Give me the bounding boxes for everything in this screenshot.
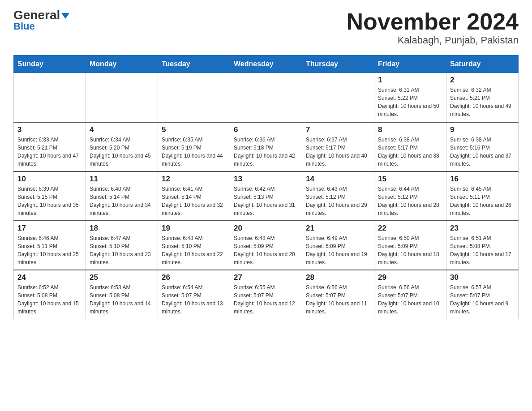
- calendar-cell: 4Sunrise: 6:34 AMSunset: 5:20 PMDaylight…: [86, 122, 158, 171]
- day-number: 17: [17, 224, 82, 233]
- header-wednesday: Wednesday: [230, 56, 302, 73]
- header-thursday: Thursday: [302, 56, 374, 73]
- header-tuesday: Tuesday: [158, 56, 230, 73]
- week-row-4: 17Sunrise: 6:46 AMSunset: 5:11 PMDayligh…: [14, 221, 519, 270]
- day-info: Sunrise: 6:54 AMSunset: 5:07 PMDaylight:…: [162, 283, 226, 316]
- day-number: 11: [90, 175, 154, 184]
- day-info: Sunrise: 6:51 AMSunset: 5:08 PMDaylight:…: [450, 234, 515, 266]
- header-sunday: Sunday: [14, 56, 86, 73]
- calendar-table: Sunday Monday Tuesday Wednesday Thursday…: [13, 55, 519, 319]
- week-row-2: 3Sunrise: 6:33 AMSunset: 5:21 PMDaylight…: [14, 122, 519, 171]
- day-info: Sunrise: 6:50 AMSunset: 5:09 PMDaylight:…: [378, 234, 442, 266]
- day-number: 30: [450, 273, 515, 282]
- day-number: 6: [234, 125, 298, 134]
- day-number: 25: [90, 273, 154, 282]
- day-info: Sunrise: 6:38 AMSunset: 5:17 PMDaylight:…: [378, 136, 442, 168]
- day-info: Sunrise: 6:33 AMSunset: 5:21 PMDaylight:…: [17, 136, 82, 168]
- calendar-cell: 29Sunrise: 6:56 AMSunset: 5:07 PMDayligh…: [374, 270, 446, 319]
- day-info: Sunrise: 6:37 AMSunset: 5:17 PMDaylight:…: [306, 136, 370, 168]
- calendar-cell: 8Sunrise: 6:38 AMSunset: 5:17 PMDaylight…: [374, 122, 446, 171]
- calendar-cell: 15Sunrise: 6:44 AMSunset: 5:12 PMDayligh…: [374, 171, 446, 221]
- calendar-cell: 6Sunrise: 6:36 AMSunset: 5:18 PMDaylight…: [230, 122, 302, 171]
- day-number: 18: [90, 224, 154, 233]
- calendar-cell: 9Sunrise: 6:38 AMSunset: 5:16 PMDaylight…: [446, 122, 519, 171]
- day-number: 8: [378, 125, 442, 134]
- day-number: 23: [450, 224, 515, 233]
- day-number: 13: [234, 175, 298, 184]
- calendar-cell: 20Sunrise: 6:48 AMSunset: 5:09 PMDayligh…: [230, 221, 302, 270]
- calendar-subtitle: Kalabagh, Punjab, Pakistan: [347, 34, 519, 46]
- day-number: 22: [378, 224, 442, 233]
- day-info: Sunrise: 6:53 AMSunset: 5:08 PMDaylight:…: [90, 283, 154, 316]
- header-monday: Monday: [86, 56, 158, 73]
- calendar-cell: 26Sunrise: 6:54 AMSunset: 5:07 PMDayligh…: [158, 270, 230, 319]
- day-info: Sunrise: 6:31 AMSunset: 5:22 PMDaylight:…: [378, 86, 442, 118]
- day-info: Sunrise: 6:56 AMSunset: 5:07 PMDaylight:…: [378, 283, 442, 316]
- day-info: Sunrise: 6:56 AMSunset: 5:07 PMDaylight:…: [306, 283, 370, 316]
- calendar-cell: 22Sunrise: 6:50 AMSunset: 5:09 PMDayligh…: [374, 221, 446, 270]
- day-info: Sunrise: 6:43 AMSunset: 5:12 PMDaylight:…: [306, 185, 370, 217]
- calendar-cell: 14Sunrise: 6:43 AMSunset: 5:12 PMDayligh…: [302, 171, 374, 221]
- header-saturday: Saturday: [446, 56, 519, 73]
- logo-general-text: General: [13, 9, 69, 21]
- logo-blue-text: Blue: [13, 21, 35, 31]
- weekday-header-row: Sunday Monday Tuesday Wednesday Thursday…: [14, 56, 519, 73]
- day-info: Sunrise: 6:45 AMSunset: 5:11 PMDaylight:…: [450, 185, 515, 217]
- day-info: Sunrise: 6:48 AMSunset: 5:10 PMDaylight:…: [162, 234, 226, 266]
- calendar-cell: [14, 73, 86, 122]
- day-info: Sunrise: 6:39 AMSunset: 5:15 PMDaylight:…: [17, 185, 82, 217]
- day-number: 5: [162, 125, 226, 134]
- day-info: Sunrise: 6:40 AMSunset: 5:14 PMDaylight:…: [90, 185, 154, 217]
- day-info: Sunrise: 6:57 AMSunset: 5:07 PMDaylight:…: [450, 283, 515, 316]
- day-number: 28: [306, 273, 370, 282]
- calendar-cell: 18Sunrise: 6:47 AMSunset: 5:10 PMDayligh…: [86, 221, 158, 270]
- logo-triangle-icon: [61, 13, 69, 19]
- day-number: 7: [306, 125, 370, 134]
- calendar-cell: 1Sunrise: 6:31 AMSunset: 5:22 PMDaylight…: [374, 73, 446, 122]
- day-number: 24: [17, 273, 82, 282]
- calendar-cell: 12Sunrise: 6:41 AMSunset: 5:14 PMDayligh…: [158, 171, 230, 221]
- day-number: 16: [450, 175, 515, 184]
- day-number: 21: [306, 224, 370, 233]
- day-info: Sunrise: 6:38 AMSunset: 5:16 PMDaylight:…: [450, 136, 515, 168]
- day-number: 1: [378, 76, 442, 85]
- day-number: 2: [450, 76, 515, 85]
- week-row-5: 24Sunrise: 6:52 AMSunset: 5:08 PMDayligh…: [14, 270, 519, 319]
- calendar-cell: 5Sunrise: 6:35 AMSunset: 5:19 PMDaylight…: [158, 122, 230, 171]
- day-number: 9: [450, 125, 515, 134]
- week-row-3: 10Sunrise: 6:39 AMSunset: 5:15 PMDayligh…: [14, 171, 519, 221]
- day-number: 20: [234, 224, 298, 233]
- day-info: Sunrise: 6:35 AMSunset: 5:19 PMDaylight:…: [162, 136, 226, 168]
- day-info: Sunrise: 6:36 AMSunset: 5:18 PMDaylight:…: [234, 136, 298, 168]
- calendar-cell: 16Sunrise: 6:45 AMSunset: 5:11 PMDayligh…: [446, 171, 519, 221]
- calendar-cell: 3Sunrise: 6:33 AMSunset: 5:21 PMDaylight…: [14, 122, 86, 171]
- day-number: 19: [162, 224, 226, 233]
- day-number: 14: [306, 175, 370, 184]
- calendar-cell: 10Sunrise: 6:39 AMSunset: 5:15 PMDayligh…: [14, 171, 86, 221]
- day-info: Sunrise: 6:48 AMSunset: 5:09 PMDaylight:…: [234, 234, 298, 266]
- page-header: General Blue November 2024 Kalabagh, Pun…: [13, 9, 519, 46]
- calendar-cell: 25Sunrise: 6:53 AMSunset: 5:08 PMDayligh…: [86, 270, 158, 319]
- calendar-cell: 19Sunrise: 6:48 AMSunset: 5:10 PMDayligh…: [158, 221, 230, 270]
- day-info: Sunrise: 6:47 AMSunset: 5:10 PMDaylight:…: [90, 234, 154, 266]
- day-info: Sunrise: 6:42 AMSunset: 5:13 PMDaylight:…: [234, 185, 298, 217]
- calendar-title: November 2024: [347, 9, 519, 34]
- logo: General Blue: [13, 9, 69, 31]
- calendar-cell: 23Sunrise: 6:51 AMSunset: 5:08 PMDayligh…: [446, 221, 519, 270]
- day-number: 3: [17, 125, 82, 134]
- calendar-cell: [86, 73, 158, 122]
- day-number: 27: [234, 273, 298, 282]
- calendar-cell: 7Sunrise: 6:37 AMSunset: 5:17 PMDaylight…: [302, 122, 374, 171]
- day-info: Sunrise: 6:34 AMSunset: 5:20 PMDaylight:…: [90, 136, 154, 168]
- day-info: Sunrise: 6:44 AMSunset: 5:12 PMDaylight:…: [378, 185, 442, 217]
- day-info: Sunrise: 6:41 AMSunset: 5:14 PMDaylight:…: [162, 185, 226, 217]
- calendar-cell: 27Sunrise: 6:55 AMSunset: 5:07 PMDayligh…: [230, 270, 302, 319]
- header-friday: Friday: [374, 56, 446, 73]
- day-number: 10: [17, 175, 82, 184]
- calendar-cell: 13Sunrise: 6:42 AMSunset: 5:13 PMDayligh…: [230, 171, 302, 221]
- day-info: Sunrise: 6:52 AMSunset: 5:08 PMDaylight:…: [17, 283, 82, 316]
- title-section: November 2024 Kalabagh, Punjab, Pakistan: [347, 9, 519, 46]
- calendar-cell: 21Sunrise: 6:49 AMSunset: 5:09 PMDayligh…: [302, 221, 374, 270]
- calendar-cell: 2Sunrise: 6:32 AMSunset: 5:21 PMDaylight…: [446, 73, 519, 122]
- day-info: Sunrise: 6:46 AMSunset: 5:11 PMDaylight:…: [17, 234, 82, 266]
